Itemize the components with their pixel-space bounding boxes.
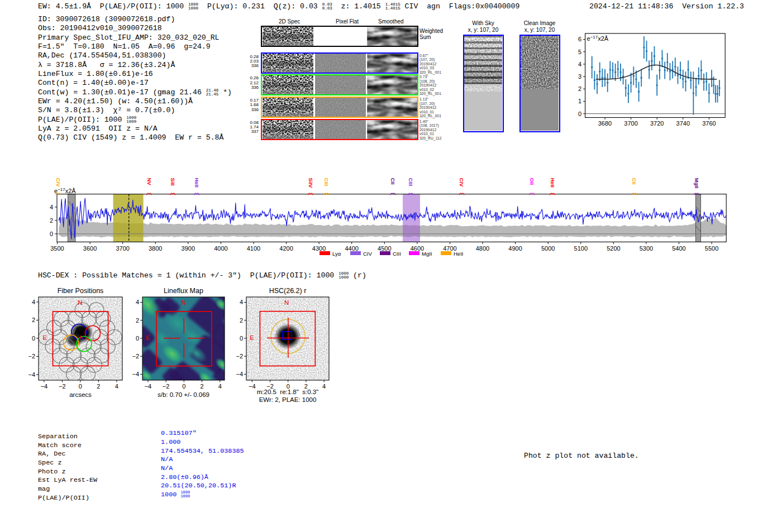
svg-text:3: 3 [578, 73, 581, 80]
svg-text:5: 5 [578, 49, 581, 55]
svg-text:2: 2 [240, 317, 243, 324]
svg-text:5400: 5400 [672, 245, 685, 252]
svg-text:4300: 4300 [312, 245, 326, 252]
svg-text:HSC(26.2) r: HSC(26.2) r [269, 287, 307, 295]
svg-text:Lineflux Map: Lineflux Map [164, 287, 203, 295]
svg-text:−4: −4 [236, 371, 243, 377]
svg-text:3740: 3740 [676, 120, 690, 127]
svg-text:CII: CII [631, 178, 637, 185]
svg-text:4: 4 [322, 383, 326, 390]
svg-text:CIII: CIII [323, 178, 330, 186]
svg-text:−2: −2 [132, 353, 139, 360]
svg-text:0: 0 [50, 231, 53, 237]
svg-text:1: 1 [578, 98, 581, 104]
svg-text:Fiber Positions: Fiber Positions [58, 287, 104, 295]
svg-text:SiIV: SiIV [308, 178, 314, 189]
svg-text:0: 0 [79, 383, 82, 390]
svg-text:OII: OII [529, 178, 535, 185]
svg-text:HeII: HeII [550, 178, 556, 188]
svg-text:−2: −2 [59, 383, 66, 390]
svg-text:0: 0 [32, 335, 35, 342]
svg-text:4400: 4400 [345, 245, 358, 252]
svg-text:3700: 3700 [624, 120, 637, 127]
svg-text:5300: 5300 [640, 245, 653, 252]
svg-text:3680: 3680 [598, 120, 612, 127]
svg-text:MgII: MgII [422, 251, 432, 257]
svg-text:4500: 4500 [378, 245, 391, 252]
svg-text:−4: −4 [145, 383, 152, 390]
svg-text:3500: 3500 [50, 245, 64, 252]
svg-text:3760: 3760 [702, 120, 716, 127]
svg-text:N: N [182, 299, 186, 306]
svg-text:5500: 5500 [705, 245, 718, 252]
svg-text:3720: 3720 [650, 120, 664, 127]
svg-text:−4: −4 [249, 383, 256, 390]
svg-text:EWr: 2, PLAE: 1000: EWr: 2, PLAE: 1000 [259, 396, 317, 403]
svg-text:2: 2 [97, 383, 100, 390]
svg-text:2: 2 [32, 317, 35, 323]
svg-text:CIII: CIII [393, 251, 401, 257]
svg-text:e−17x2Å: e−17x2Å [587, 35, 609, 42]
svg-text:Lyα: Lyα [332, 251, 341, 257]
svg-text:HeII: HeII [194, 178, 200, 188]
svg-text:4800: 4800 [476, 245, 489, 252]
svg-text:0: 0 [136, 335, 139, 342]
svg-text:2: 2 [200, 383, 203, 390]
svg-text:−4: −4 [28, 371, 35, 378]
svg-text:4: 4 [136, 299, 139, 305]
svg-text:5100: 5100 [574, 245, 588, 252]
svg-text:4000: 4000 [214, 245, 227, 252]
svg-text:4: 4 [32, 299, 35, 305]
svg-text:4: 4 [218, 383, 222, 390]
svg-text:2: 2 [578, 85, 581, 92]
svg-text:−2: −2 [28, 353, 35, 360]
svg-text:CIV: CIV [55, 178, 61, 188]
svg-text:−4: −4 [41, 383, 48, 390]
svg-text:E: E [42, 334, 47, 341]
svg-text:−4: −4 [132, 371, 139, 377]
svg-text:3800: 3800 [149, 245, 162, 252]
svg-text:arcsecs: arcsecs [69, 391, 92, 398]
svg-text:CIV: CIV [459, 178, 465, 188]
svg-text:4: 4 [115, 383, 118, 390]
svg-text:3900: 3900 [182, 245, 195, 252]
svg-text:E: E [146, 334, 150, 341]
svg-text:−2: −2 [236, 353, 243, 360]
svg-text:E: E [250, 334, 254, 341]
svg-text:3600: 3600 [83, 245, 97, 252]
svg-text:4: 4 [240, 299, 243, 305]
svg-text:5000: 5000 [541, 245, 555, 252]
svg-text:CIII: CIII [408, 178, 414, 186]
svg-text:CII: CII [390, 178, 396, 185]
svg-text:−2: −2 [163, 383, 170, 390]
svg-text:0: 0 [182, 383, 185, 390]
svg-text:4: 4 [578, 61, 581, 68]
svg-text:4100: 4100 [247, 245, 260, 252]
svg-text:SiII: SiII [170, 178, 176, 186]
svg-text:MgII: MgII [694, 178, 700, 189]
svg-text:HeII: HeII [454, 251, 463, 257]
svg-text:5200: 5200 [607, 245, 620, 252]
svg-text:0: 0 [240, 335, 243, 342]
svg-text:CIV: CIV [363, 251, 373, 257]
svg-text:3700: 3700 [116, 245, 129, 252]
svg-text:0: 0 [578, 111, 581, 117]
svg-text:N: N [78, 299, 82, 306]
svg-text:m:20.5 re:1.8" s:0.3": m:20.5 re:1.8" s:0.3" [257, 389, 318, 395]
svg-text:4: 4 [50, 204, 53, 210]
svg-text:6: 6 [578, 36, 581, 42]
svg-text:s/b: 0.70 +/- 0.069: s/b: 0.70 +/- 0.069 [158, 391, 209, 398]
svg-text:4200: 4200 [279, 245, 293, 252]
svg-text:4900: 4900 [508, 245, 522, 252]
svg-text:N: N [284, 299, 289, 306]
svg-text:2: 2 [136, 317, 139, 324]
svg-text:2: 2 [50, 217, 53, 224]
svg-text:NV: NV [146, 178, 152, 186]
